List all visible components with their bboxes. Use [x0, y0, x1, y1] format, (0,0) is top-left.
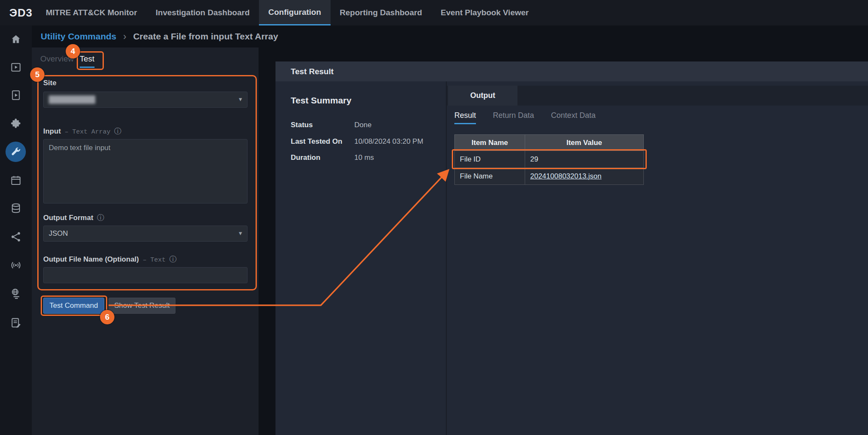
chevron-right-icon: ›: [123, 31, 127, 42]
test-result-header: Test Result: [275, 61, 868, 81]
test-result-title: Test Result: [291, 67, 334, 76]
info-icon[interactable]: ⓘ: [114, 126, 122, 136]
nav-event-playbook-viewer[interactable]: Event Playbook Viewer: [431, 0, 538, 25]
test-result-panel: Test Result Test Summary Status Done Las…: [275, 61, 868, 435]
file-name-value-cell: 20241008032013.json: [525, 168, 644, 185]
input-type-hint: – Text Array: [65, 128, 111, 136]
site-selected-value-redacted: [49, 95, 95, 104]
output-subtabs: Result Return Data Context Data: [454, 111, 595, 124]
last-tested-value: 10/08/2024 03:20 PM: [354, 137, 423, 146]
output-file-name-input[interactable]: [43, 267, 248, 283]
chevron-down-icon: ▾: [239, 95, 242, 103]
table-header-row: Item Name Item Value: [455, 135, 644, 151]
table-row-file-name: File Name 20241008032013.json: [455, 168, 644, 185]
file-id-name-cell: File ID: [455, 151, 525, 168]
result-table: Item Name Item Value File ID 29 File Nam…: [454, 134, 644, 185]
broadcast-icon[interactable]: [6, 255, 26, 275]
panel-divider: [446, 81, 447, 435]
d3-logo[interactable]: ЭD3: [0, 0, 36, 25]
page-title: Create a File from input Text Array: [133, 31, 278, 42]
output-file-name-label-text: Output File Name (Optional): [43, 255, 139, 264]
database-icon[interactable]: [6, 198, 26, 218]
home-icon[interactable]: [6, 29, 26, 49]
summary-row-duration: Duration 10 ms: [291, 153, 374, 162]
output-format-label: Output Format ⓘ: [43, 213, 104, 223]
annotation-badge-5: 5: [30, 67, 45, 82]
site-label: Site: [43, 79, 56, 87]
breadcrumb-utility-commands[interactable]: Utility Commands: [41, 31, 117, 42]
nav-investigation-dashboard[interactable]: Investigation Dashboard: [146, 0, 259, 25]
duration-label: Duration: [291, 153, 354, 162]
subtab-result[interactable]: Result: [454, 111, 476, 124]
site-label-text: Site: [43, 79, 56, 87]
integrations-icon[interactable]: [6, 113, 26, 134]
last-tested-label: Last Tested On: [291, 137, 354, 146]
nav-mitre-attck-monitor[interactable]: MITRE ATT&CK Monitor: [36, 0, 146, 25]
output-file-name-type-hint: – Text: [143, 257, 166, 264]
geolocation-icon[interactable]: [6, 283, 26, 304]
status-value: Done: [354, 121, 372, 129]
show-test-result-button[interactable]: Show Test Result: [108, 298, 175, 314]
tab-test[interactable]: Test: [80, 54, 95, 68]
icon-sidebar: [0, 25, 32, 435]
audit-log-icon[interactable]: [6, 312, 26, 333]
subtab-context-data[interactable]: Context Data: [551, 111, 595, 124]
summary-row-last-tested: Last Tested On 10/08/2024 03:20 PM: [291, 137, 423, 146]
input-label-text: Input: [43, 127, 61, 136]
breadcrumb: Utility Commands › Create a File from in…: [41, 25, 278, 47]
header-item-value: Item Value: [525, 135, 644, 151]
annotation-badge-4: 4: [66, 44, 80, 59]
chevron-down-icon: ▾: [239, 229, 242, 237]
test-summary-title: Test Summary: [291, 95, 351, 106]
status-label: Status: [291, 121, 354, 129]
duration-value: 10 ms: [354, 153, 374, 162]
file-name-name-cell: File Name: [455, 168, 525, 185]
event-playback-icon[interactable]: [6, 57, 26, 77]
link-analysis-icon[interactable]: [6, 226, 26, 247]
info-icon[interactable]: ⓘ: [97, 213, 104, 223]
input-textarea[interactable]: Demo text file input: [43, 139, 248, 204]
utility-commands-icon[interactable]: [6, 142, 26, 162]
top-nav-items: MITRE ATT&CK Monitor Investigation Dashb…: [36, 0, 538, 25]
playbook-icon[interactable]: [6, 85, 26, 105]
tab-output[interactable]: Output: [448, 86, 517, 106]
output-format-select[interactable]: JSON ▾: [43, 226, 248, 242]
top-nav: ЭD3 MITRE ATT&CK Monitor Investigation D…: [0, 0, 868, 25]
site-select[interactable]: ▾: [43, 92, 248, 108]
file-name-link[interactable]: 20241008032013.json: [530, 172, 601, 180]
test-command-button[interactable]: Test Command: [43, 298, 104, 314]
file-id-value-cell: 29: [525, 151, 644, 168]
schedule-icon[interactable]: [6, 170, 26, 190]
output-format-selected-value: JSON: [49, 229, 68, 238]
header-item-name: Item Name: [455, 135, 525, 151]
annotation-badge-6: 6: [100, 310, 114, 324]
output-format-label-text: Output Format: [43, 214, 93, 222]
nav-configuration[interactable]: Configuration: [259, 0, 331, 25]
table-row-file-id: File ID 29: [455, 151, 644, 168]
subtab-return-data[interactable]: Return Data: [493, 111, 534, 124]
output-file-name-label: Output File Name (Optional) – Text ⓘ: [43, 254, 177, 264]
app-root: ЭD3 MITRE ATT&CK Monitor Investigation D…: [0, 0, 868, 435]
command-test-panel: Overview Test Site ▾ Input – Text Array …: [32, 47, 259, 435]
input-label: Input – Text Array ⓘ: [43, 126, 122, 136]
summary-row-status: Status Done: [291, 121, 372, 129]
nav-reporting-dashboard[interactable]: Reporting Dashboard: [331, 0, 431, 25]
info-icon[interactable]: ⓘ: [170, 254, 177, 264]
